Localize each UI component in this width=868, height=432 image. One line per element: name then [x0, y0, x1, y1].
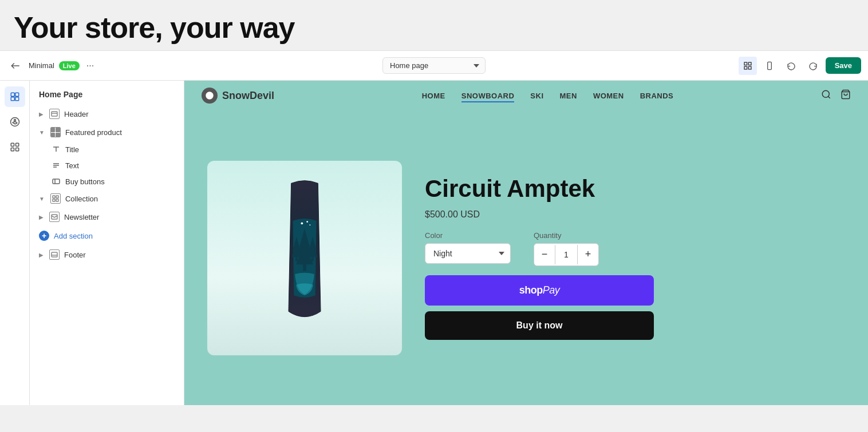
store-logo: SnowDevil: [202, 88, 274, 104]
buy-now-button[interactable]: Buy it now: [425, 311, 654, 340]
svg-rect-22: [56, 196, 58, 198]
add-section-button[interactable]: + Add section: [30, 226, 184, 245]
store-nav-links: HOME SNOWBOARD SKI MEN WOMEN BRANDS: [422, 92, 674, 100]
color-select[interactable]: Night Day Arctic: [425, 243, 511, 264]
theme-settings-nav-button[interactable]: [5, 112, 25, 132]
svg-rect-24: [56, 199, 58, 201]
shop-pay-button[interactable]: shopPay: [425, 275, 654, 306]
svg-rect-42: [311, 257, 314, 261]
buy-buttons-label: Buy buttons: [65, 177, 105, 186]
svg-rect-10: [11, 143, 14, 146]
svg-point-30: [301, 222, 303, 224]
header-section-icon: [49, 109, 60, 119]
undo-button[interactable]: [782, 57, 800, 75]
hero-title: Your store, your way: [14, 10, 854, 45]
logo-icon: [202, 88, 218, 104]
nav-link-men[interactable]: MEN: [560, 92, 577, 100]
svg-rect-12: [11, 148, 14, 151]
sidebar-item-newsletter[interactable]: ▶ Newsletter: [30, 208, 184, 226]
preview-area: SnowDevil HOME SNOWBOARD SKI MEN WOMEN B…: [184, 81, 868, 405]
svg-rect-0: [744, 62, 747, 65]
product-price: $500.00 USD: [425, 209, 845, 220]
store-nav-actions: [821, 89, 851, 102]
more-options-button[interactable]: ···: [84, 61, 96, 71]
svg-rect-39: [295, 257, 298, 261]
svg-rect-21: [53, 196, 55, 198]
save-button[interactable]: Save: [826, 57, 861, 74]
svg-rect-36: [303, 264, 306, 271]
nav-link-snowboard[interactable]: SNOWBOARD: [461, 92, 515, 100]
sidebar-item-collection[interactable]: ▼ Collection: [30, 189, 184, 208]
search-button[interactable]: [821, 89, 831, 102]
sections-nav-button[interactable]: [5, 86, 25, 107]
toolbar-left: Minimal Live ···: [7, 57, 288, 74]
collapse-arrow-header: ▶: [39, 111, 44, 117]
color-select-wrap: Night Day Arctic: [425, 243, 511, 264]
icon-nav: [0, 81, 30, 405]
color-option: Color Night Day Arctic: [425, 231, 511, 266]
sidebar-item-featured-product[interactable]: ▼ Featured product: [30, 123, 184, 141]
quantity-wrap: − 1 +: [534, 243, 599, 266]
theme-name: Minimal: [29, 61, 54, 70]
product-details: Circuit Amptek $500.00 USD Color Night D…: [425, 176, 845, 339]
nav-link-women[interactable]: WOMEN: [593, 92, 624, 100]
buy-buttons-icon: [52, 177, 61, 186]
svg-rect-1: [748, 62, 751, 65]
sidebar-item-buy-buttons[interactable]: Buy buttons: [30, 173, 184, 189]
collapse-arrow-newsletter: ▶: [39, 214, 44, 220]
sidebar-item-header[interactable]: ▶ Header: [30, 105, 184, 123]
quantity-value: 1: [555, 245, 578, 264]
snowboard-image: [270, 178, 339, 338]
svg-rect-11: [15, 143, 18, 146]
svg-rect-25: [52, 215, 57, 219]
svg-rect-6: [11, 93, 14, 96]
page-select[interactable]: Home page About Contact Blog: [382, 57, 486, 74]
apps-nav-button[interactable]: [5, 137, 25, 157]
text-icon: [52, 161, 61, 170]
sidebar: Home Page ▶ Header ▼ Featured product: [30, 81, 184, 405]
sidebar-item-footer[interactable]: ▶ Footer: [30, 245, 184, 264]
live-badge: Live: [59, 61, 80, 70]
svg-rect-2: [744, 66, 747, 69]
sidebar-page-title: Home Page: [30, 86, 184, 105]
editor-shell: Minimal Live ··· Home page About Contact…: [0, 50, 868, 405]
product-image-card: [207, 161, 402, 355]
grid-view-button[interactable]: [739, 57, 757, 75]
featured-product-icon: [50, 127, 61, 137]
footer-icon: [49, 249, 60, 260]
sidebar-item-title[interactable]: Title: [30, 141, 184, 157]
header-section-label: Header: [64, 110, 89, 118]
editor-toolbar: Minimal Live ··· Home page About Contact…: [0, 51, 868, 81]
collection-icon: [50, 193, 61, 204]
back-button[interactable]: [7, 57, 24, 74]
collapse-arrow-collection: ▼: [39, 196, 45, 202]
toolbar-right: Save: [580, 57, 861, 75]
quantity-increase-button[interactable]: +: [578, 244, 598, 265]
nav-link-brands[interactable]: BRANDS: [640, 92, 674, 100]
quantity-decrease-button[interactable]: −: [534, 244, 555, 265]
svg-point-31: [306, 221, 308, 223]
shop-pay-label: shopPay: [519, 284, 560, 296]
store-logo-text: SnowDevil: [222, 90, 274, 102]
cart-button[interactable]: [841, 89, 851, 102]
collapse-arrow-featured: ▼: [39, 129, 45, 136]
hero-banner: Your store, your way: [0, 0, 868, 50]
text-label: Text: [65, 161, 79, 170]
nav-link-ski[interactable]: SKI: [530, 92, 543, 100]
product-section: Circuit Amptek $500.00 USD Color Night D…: [184, 110, 868, 405]
add-section-circle-icon: +: [39, 231, 49, 241]
add-section-label: Add section: [54, 232, 93, 240]
redo-button[interactable]: [804, 57, 822, 75]
nav-link-home[interactable]: HOME: [422, 92, 445, 100]
toolbar-center: Home page About Contact Blog: [294, 57, 575, 74]
color-label: Color: [425, 231, 511, 240]
sidebar-item-text[interactable]: Text: [30, 157, 184, 173]
mobile-view-button[interactable]: [760, 57, 779, 75]
svg-rect-14: [52, 112, 57, 116]
editor-body: Home Page ▶ Header ▼ Featured product: [0, 81, 868, 405]
title-label: Title: [65, 145, 79, 154]
newsletter-icon: [49, 212, 60, 222]
svg-rect-7: [15, 93, 18, 96]
svg-rect-4: [767, 62, 771, 69]
product-options-row: Color Night Day Arctic: [425, 231, 845, 266]
